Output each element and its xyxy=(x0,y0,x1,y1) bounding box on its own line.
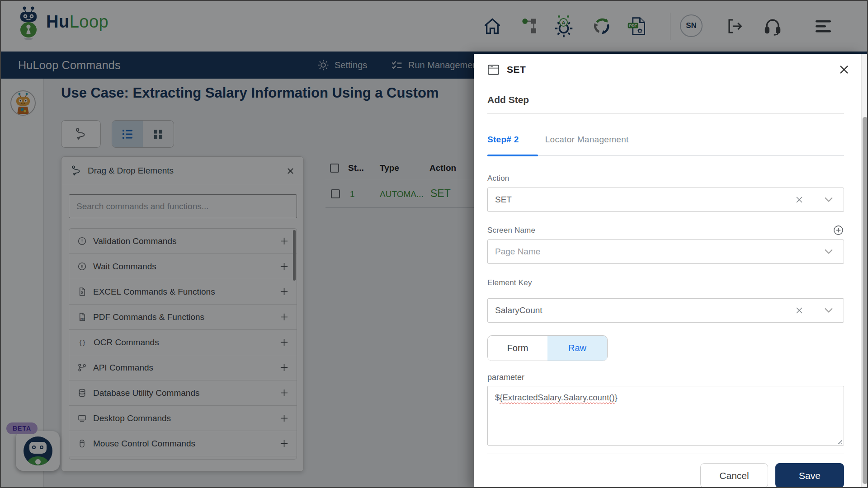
window-icon xyxy=(487,64,500,75)
tab-underline-track xyxy=(487,155,844,156)
set-step-panel: SET Add Step Step# 2 Locator Management … xyxy=(474,54,862,488)
page-scrollbar-thumb[interactable] xyxy=(863,117,868,484)
panel-body: Add Step Step# 2 Locator Management Acti… xyxy=(474,94,862,488)
panel-heading: Add Step xyxy=(487,94,844,105)
panel-footer: Cancel Save xyxy=(487,463,844,488)
tab-step-2[interactable]: Step# 2 xyxy=(487,135,519,145)
app-viewport: HuLoop A xyxy=(0,0,868,488)
action-select[interactable]: SET xyxy=(487,188,844,212)
clear-x-icon[interactable] xyxy=(795,195,804,204)
parameter-textarea[interactable]: ${ExtractedSalary.Salary.count()} xyxy=(487,386,844,446)
heading-divider xyxy=(487,113,844,114)
raw-toggle-option[interactable]: Raw xyxy=(547,336,607,361)
chevron-down-icon[interactable] xyxy=(824,249,834,255)
save-button[interactable]: Save xyxy=(775,463,844,488)
footer-divider xyxy=(487,454,844,454)
screen-name-placeholder: Page Name xyxy=(495,247,540,257)
form-toggle-option[interactable]: Form xyxy=(488,336,547,361)
chevron-down-icon[interactable] xyxy=(824,197,834,203)
action-value: SET xyxy=(495,195,512,205)
cancel-button[interactable]: Cancel xyxy=(700,463,768,488)
panel-title: SET xyxy=(507,64,526,75)
element-key-label: Element Key xyxy=(487,278,844,287)
element-key-select[interactable]: SalaryCount xyxy=(487,298,844,323)
chevron-down-icon[interactable] xyxy=(824,307,834,314)
clear-x-icon[interactable] xyxy=(795,306,804,315)
action-label: Action xyxy=(487,174,844,183)
element-key-value: SalaryCount xyxy=(495,305,542,315)
resize-handle[interactable] xyxy=(836,438,842,444)
parameter-value: ${ExtractedSalary.Salary.count()} xyxy=(495,393,618,402)
step-tabs: Step# 2 Locator Management xyxy=(487,135,844,145)
screen-name-select[interactable]: Page Name xyxy=(487,239,844,264)
panel-close-icon[interactable] xyxy=(839,64,849,75)
active-tab-indicator xyxy=(487,155,538,156)
panel-header: SET xyxy=(474,54,862,85)
tab-locator-management[interactable]: Locator Management xyxy=(545,135,629,145)
add-screen-icon[interactable] xyxy=(833,225,844,236)
parameter-label: parameter xyxy=(487,373,844,382)
form-raw-toggle: Form Raw xyxy=(487,335,608,361)
page-scrollbar[interactable] xyxy=(861,54,868,488)
screen-name-label: Screen Name xyxy=(487,226,535,235)
